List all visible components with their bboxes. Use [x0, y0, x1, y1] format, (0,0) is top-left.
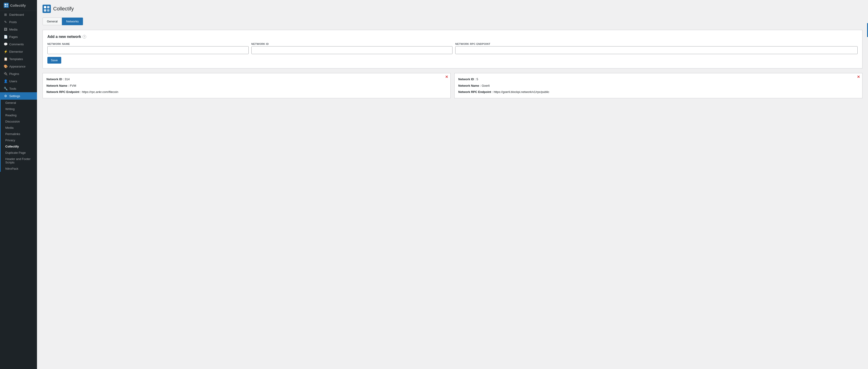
users-icon: 👤: [4, 79, 7, 83]
network-1-name-line: Network Name : FVM: [46, 84, 447, 88]
sidebar-item-pages[interactable]: 📄 Pages: [0, 33, 37, 40]
network-rpc-input[interactable]: [455, 46, 858, 54]
network-name-group: NETWORK NAME: [48, 42, 249, 54]
sidebar-item-dashboard[interactable]: ⊞ Dashboard: [0, 11, 37, 18]
right-accent-bar: [867, 23, 868, 37]
sidebar-item-comments[interactable]: 💬 Comments: [0, 40, 37, 48]
svg-rect-2: [6, 4, 8, 5]
submenu-item-general[interactable]: General: [1, 100, 37, 106]
sidebar-item-appearance[interactable]: 🎨 Appearance: [0, 63, 37, 70]
svg-rect-4: [6, 5, 8, 7]
network-2-id-separator: :: [475, 78, 476, 81]
add-network-form: Add a new network ? NETWORK NAME NETWORK…: [42, 30, 863, 68]
submenu-item-duplicate-page[interactable]: Duplicate Page: [1, 150, 37, 156]
settings-icon: ⚙: [4, 94, 7, 98]
collectify-label: Collectify: [5, 145, 19, 148]
form-title: Add a new network ?: [48, 35, 858, 39]
submenu-item-header-footer[interactable]: Header and Footer Scripts: [1, 156, 37, 165]
network-id-input[interactable]: [251, 46, 453, 54]
submenu-item-reading[interactable]: Reading: [1, 112, 37, 118]
submenu-item-permalinks[interactable]: Permalinks: [1, 131, 37, 137]
submenu-item-writing[interactable]: Writing: [1, 106, 37, 112]
submenu-item-discussion[interactable]: Discussion: [1, 118, 37, 125]
network-1-rpc-line: Network RPC Endpoint : https://rpc.ankr.…: [46, 90, 447, 94]
tab-general[interactable]: General: [42, 18, 62, 25]
sidebar-item-plugins[interactable]: 🔌 Plugins: [0, 70, 37, 78]
submenu-item-nitropack[interactable]: NitroPack: [1, 165, 37, 172]
network-1-rpc-value: https://rpc.ankr.com/filecoin: [82, 90, 118, 94]
posts-icon: ✎: [4, 20, 7, 24]
svg-rect-3: [5, 5, 6, 7]
network-2-id-line: Network ID : 5: [458, 77, 859, 82]
network-rpc-label: NETWORK RPC ENDPOINT: [455, 42, 858, 45]
network-1-id-line: Network ID : 314: [46, 77, 447, 82]
sidebar-item-label: Dashboard: [9, 13, 24, 17]
network-1-close-button[interactable]: ✕: [445, 75, 448, 79]
sidebar: Collectify ⊞ Dashboard ✎ Posts 🖼 Media 📄…: [0, 0, 37, 369]
submenu-item-media[interactable]: Media: [1, 125, 37, 131]
sidebar-item-label: Pages: [9, 35, 18, 39]
sidebar-app-name: Collectify: [10, 3, 26, 7]
sidebar-item-templates[interactable]: 📋 Templates: [0, 55, 37, 63]
page-header-icon: [42, 5, 51, 13]
submenu-item-collectify[interactable]: Collectify: [1, 143, 37, 150]
sidebar-item-label: Comments: [9, 42, 24, 46]
svg-rect-9: [44, 9, 46, 11]
sidebar-item-label: Plugins: [9, 72, 19, 75]
network-name-label: NETWORK NAME: [48, 42, 249, 45]
dashboard-icon: ⊞: [4, 13, 7, 17]
network-1-id-label: Network ID: [46, 78, 62, 81]
sidebar-item-label: Posts: [9, 20, 17, 24]
sidebar-logo: Collectify: [0, 0, 37, 11]
svg-rect-0: [4, 3, 9, 8]
settings-submenu: General Writing Reading Discussion Media…: [0, 100, 37, 172]
sidebar-nav: ⊞ Dashboard ✎ Posts 🖼 Media 📄 Pages 💬 Co…: [0, 11, 37, 172]
network-card-1: ✕ Network ID : 314 Network Name : FVM Ne…: [42, 73, 451, 98]
collectify-logo-icon: [4, 3, 9, 8]
page-header: Collectify: [42, 5, 863, 13]
network-name-input[interactable]: [48, 46, 249, 54]
sidebar-item-users[interactable]: 👤 Users: [0, 78, 37, 85]
form-fields: NETWORK NAME NETWORK ID NETWORK RPC ENDP…: [48, 42, 858, 54]
sidebar-item-tools[interactable]: 🔧 Tools: [0, 85, 37, 92]
tab-networks[interactable]: Networks: [62, 18, 83, 25]
network-2-rpc-line: Network RPC Endpoint : https://goerli.bl…: [458, 90, 859, 94]
sidebar-item-settings[interactable]: ⚙ Settings: [0, 92, 37, 100]
network-1-id-separator: :: [63, 78, 65, 81]
svg-rect-1: [5, 4, 6, 5]
svg-rect-8: [47, 6, 50, 8]
network-2-name-value: Goerli: [482, 84, 490, 87]
network-2-id-value: 5: [476, 78, 478, 81]
sidebar-item-media[interactable]: 🖼 Media: [0, 26, 37, 33]
sidebar-item-label: Settings: [9, 94, 20, 98]
network-id-label: NETWORK ID: [251, 42, 453, 45]
plugins-icon: 🔌: [4, 72, 7, 75]
pages-icon: 📄: [4, 35, 7, 39]
templates-icon: 📋: [4, 57, 7, 61]
network-2-rpc-value: https://goerli.blockpi.network/v1/rpc/pu…: [494, 90, 549, 94]
network-1-rpc-label: Network RPC Endpoint: [46, 90, 79, 94]
sidebar-item-label: Elementor: [9, 50, 23, 53]
sidebar-item-posts[interactable]: ✎ Posts: [0, 18, 37, 26]
sidebar-item-label: Appearance: [9, 65, 25, 68]
help-icon[interactable]: ?: [83, 35, 86, 39]
network-rpc-group: NETWORK RPC ENDPOINT: [455, 42, 858, 54]
sidebar-item-label: Tools: [9, 87, 16, 90]
tab-bar: General Networks: [42, 18, 863, 25]
sidebar-item-elementor[interactable]: ⚡ Elementor: [0, 48, 37, 55]
networks-grid: ✕ Network ID : 314 Network Name : FVM Ne…: [42, 73, 863, 98]
network-2-name-line: Network Name : Goerli: [458, 84, 859, 88]
elementor-icon: ⚡: [4, 50, 7, 53]
network-1-id-value: 314: [65, 78, 70, 81]
network-2-name-label: Network Name: [458, 84, 479, 87]
submenu-item-privacy[interactable]: Privacy: [1, 137, 37, 143]
svg-rect-6: [42, 5, 51, 13]
save-button[interactable]: Save: [48, 57, 61, 64]
comments-icon: 💬: [4, 42, 7, 46]
sidebar-item-label: Media: [9, 28, 17, 31]
network-card-2: ✕ Network ID : 5 Network Name : Goerli N…: [454, 73, 863, 98]
network-2-close-button[interactable]: ✕: [857, 75, 860, 79]
main-content: Collectify General Networks Add a new ne…: [37, 0, 868, 369]
sidebar-item-label: Templates: [9, 57, 23, 61]
appearance-icon: 🎨: [4, 64, 7, 68]
